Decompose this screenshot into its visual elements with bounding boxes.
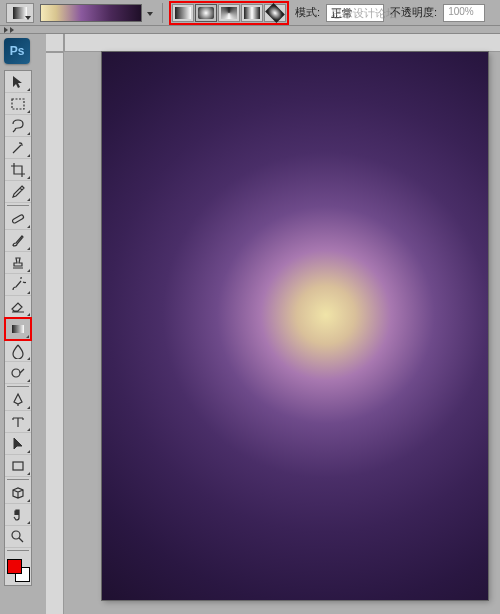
svg-rect-1 [12, 214, 24, 223]
gradient-icon [10, 321, 26, 337]
eraser-icon [10, 299, 26, 315]
shape-tool[interactable] [5, 455, 31, 477]
gradient-type-group [169, 1, 289, 25]
type-tool[interactable] [5, 411, 31, 433]
svg-point-5 [12, 531, 20, 539]
pen-tool[interactable] [5, 389, 31, 411]
move-tool[interactable] [5, 71, 31, 93]
eraser-tool[interactable] [5, 296, 31, 318]
hand-tool[interactable] [5, 504, 31, 526]
blur-tool[interactable] [5, 340, 31, 362]
gradient-type-angle[interactable] [218, 4, 240, 22]
type-icon [10, 414, 26, 430]
ruler-vertical[interactable] [46, 52, 64, 614]
lasso-icon [10, 118, 26, 134]
tool-preset-picker[interactable] [6, 3, 34, 23]
mode-label: 模式: [295, 5, 320, 20]
panel-collapse-strip[interactable] [0, 26, 500, 34]
gradient-preview[interactable] [40, 4, 142, 22]
gradient-icon [13, 7, 27, 19]
stamp-tool[interactable] [5, 252, 31, 274]
crop-tool[interactable] [5, 159, 31, 181]
3d-tool[interactable] [5, 482, 31, 504]
blend-mode-dropdown[interactable]: 正常 思缘设计论坛 [326, 4, 384, 22]
svg-rect-0 [12, 99, 24, 109]
move-icon [10, 74, 26, 90]
gradient-tool[interactable] [5, 318, 31, 340]
hand-icon [10, 507, 26, 523]
path-tool[interactable] [5, 433, 31, 455]
options-bar: 模式: 正常 思缘设计论坛 不透明度: 100% [0, 0, 500, 26]
watermark-text: 思缘设计论坛 [331, 6, 397, 21]
eyedropper-tool[interactable] [5, 181, 31, 203]
chevron-right-icon [4, 27, 8, 33]
wand-icon [10, 140, 26, 156]
opacity-label: 不透明度: [390, 5, 437, 20]
crop-icon [10, 162, 26, 178]
brush-tool[interactable] [5, 230, 31, 252]
eyedropper-icon [10, 184, 26, 200]
brush-icon [10, 233, 26, 249]
rectangle-icon [10, 458, 26, 474]
marquee-icon [10, 96, 26, 112]
gradient-type-radial[interactable] [195, 4, 217, 22]
wand-tool[interactable] [5, 137, 31, 159]
dodge-tool[interactable] [5, 362, 31, 384]
canvas[interactable] [102, 52, 488, 600]
lasso-tool[interactable] [5, 115, 31, 137]
tools-panel [4, 70, 32, 586]
pen-icon [10, 392, 26, 408]
blur-icon [10, 343, 26, 359]
ruler-horizontal[interactable] [64, 34, 500, 52]
svg-rect-2 [12, 325, 24, 333]
stamp-icon [10, 255, 26, 271]
zoom-tool[interactable] [5, 526, 31, 548]
color-swatches[interactable] [5, 557, 31, 585]
path-selection-icon [10, 436, 26, 452]
divider [162, 3, 163, 23]
marquee-tool[interactable] [5, 93, 31, 115]
3d-icon [10, 485, 26, 501]
healing-tool[interactable] [5, 208, 31, 230]
foreground-color-swatch[interactable] [7, 559, 22, 574]
svg-point-3 [12, 369, 20, 377]
history-brush-tool[interactable] [5, 274, 31, 296]
document-area [46, 34, 500, 614]
gradient-type-linear[interactable] [172, 4, 194, 22]
chevron-right-icon [10, 27, 14, 33]
gradient-type-reflected[interactable] [241, 4, 263, 22]
history-brush-icon [10, 277, 26, 293]
dodge-icon [10, 365, 26, 381]
left-sidebar: Ps [0, 34, 44, 614]
zoom-icon [10, 529, 26, 545]
opacity-field[interactable]: 100% [443, 4, 485, 22]
app-logo[interactable]: Ps [4, 38, 30, 64]
bandaid-icon [10, 211, 26, 227]
gradient-type-diamond[interactable] [264, 4, 286, 22]
ruler-origin[interactable] [46, 34, 64, 52]
svg-rect-4 [13, 462, 23, 470]
